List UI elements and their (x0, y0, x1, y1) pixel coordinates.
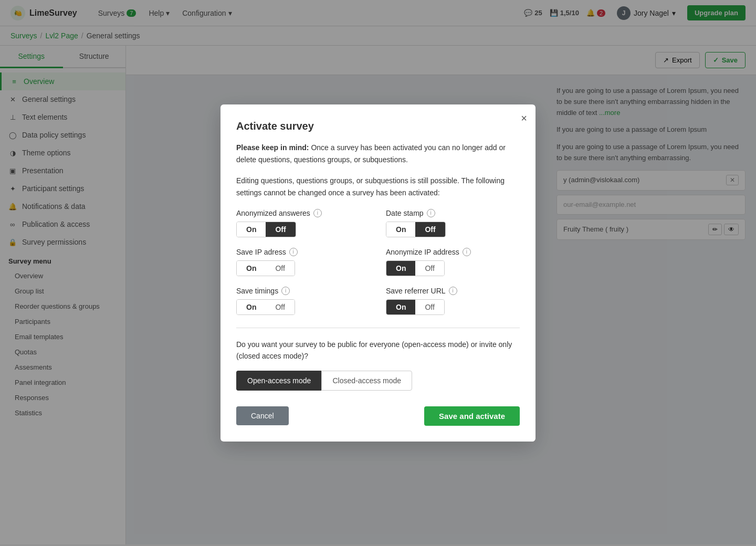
switch-anonip: On Off (386, 260, 445, 276)
modal-title: Activate survey (236, 120, 520, 132)
toggle-referrer-off[interactable]: Off (415, 300, 444, 314)
save-activate-button[interactable]: Save and activate (424, 406, 520, 426)
switch-saveip: On Off (236, 260, 295, 276)
label-savetimings: Save timings i (236, 287, 370, 295)
toggle-anonymized-off[interactable]: Off (266, 222, 295, 237)
label-anonip: Anonymize IP address i (386, 248, 520, 256)
activate-survey-modal: × Activate survey Please keep in mind: O… (220, 104, 536, 441)
toggle-referrer: Save referrer URL i On Off (386, 287, 520, 315)
label-datestamp: Date stamp i (386, 209, 520, 217)
toggle-saveip-off[interactable]: Off (266, 261, 294, 276)
toggle-anonymized-on[interactable]: On (237, 222, 266, 237)
modal-notice-bold: Please keep in mind: (236, 143, 309, 152)
toggle-saveip-on[interactable]: On (237, 261, 266, 276)
switch-savetimings: On Off (236, 299, 295, 315)
info-icon-datestamp[interactable]: i (427, 209, 435, 217)
toggle-savetimings: Save timings i On Off (236, 287, 370, 315)
toggle-saveip: Save IP adress i On Off (236, 248, 370, 276)
toggle-anonip: Anonymize IP address i On Off (386, 248, 520, 276)
modal-footer: Cancel Save and activate (236, 406, 520, 426)
label-referrer: Save referrer URL i (386, 287, 520, 295)
open-access-button[interactable]: Open-access mode (236, 371, 321, 391)
modal-subtitle: Editing questions, questions groups, or … (236, 175, 520, 198)
label-saveip: Save IP adress i (236, 248, 370, 256)
access-question: Do you want your survey to be public for… (236, 339, 520, 362)
switch-datestamp: On Off (386, 222, 446, 237)
toggle-savetimings-on[interactable]: On (237, 300, 266, 314)
switch-referrer: On Off (386, 299, 445, 315)
closed-access-button[interactable]: Closed-access mode (321, 371, 412, 391)
toggle-datestamp-on[interactable]: On (386, 222, 415, 237)
info-icon-anonymized[interactable]: i (313, 209, 322, 217)
toggle-datestamp: Date stamp i On Off (386, 209, 520, 237)
toggle-anonip-off[interactable]: Off (415, 261, 444, 276)
info-icon-savetimings[interactable]: i (281, 287, 290, 295)
info-icon-saveip[interactable]: i (289, 248, 298, 256)
toggle-datestamp-off[interactable]: Off (415, 222, 445, 237)
cancel-button[interactable]: Cancel (236, 406, 289, 425)
modal-divider (236, 328, 520, 328)
modal-close-button[interactable]: × (521, 113, 527, 123)
info-icon-anonip[interactable]: i (463, 248, 471, 256)
label-anonymized: Anonymized answeres i (236, 209, 370, 217)
switch-anonymized: On Off (236, 222, 296, 237)
info-icon-referrer[interactable]: i (449, 287, 457, 295)
modal-notice: Please keep in mind: Once a survey has b… (236, 142, 520, 165)
toggle-savetimings-off[interactable]: Off (266, 300, 294, 314)
toggle-anonip-on[interactable]: On (386, 261, 415, 276)
access-modes: Open-access mode Closed-access mode (236, 371, 520, 391)
toggle-referrer-on[interactable]: On (386, 300, 415, 314)
toggle-grid: Anonymized answeres i On Off Date stamp … (236, 209, 520, 315)
toggle-anonymized: Anonymized answeres i On Off (236, 209, 370, 237)
modal-overlay: × Activate survey Please keep in mind: O… (0, 0, 756, 544)
